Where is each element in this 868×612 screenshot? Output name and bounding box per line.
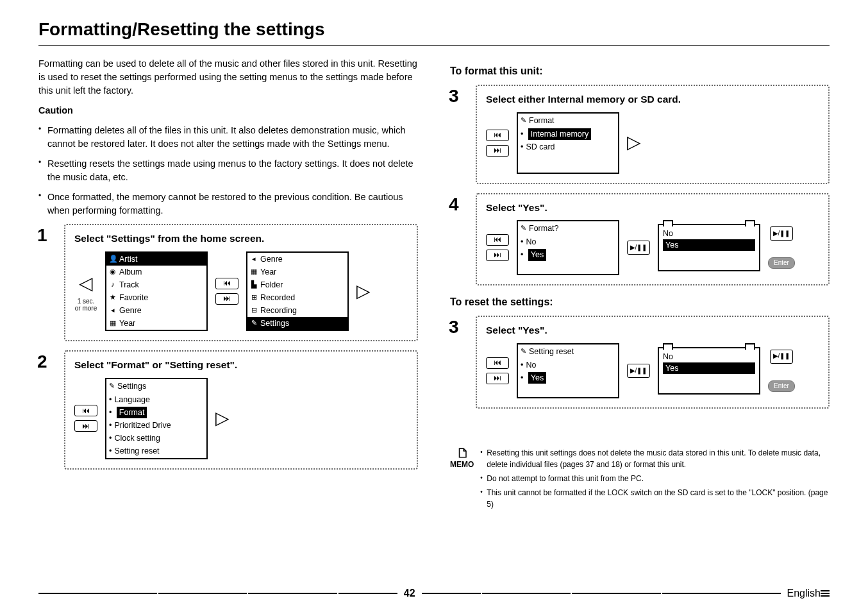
caution-item: Resetting resets the settings made using… [38,157,418,184]
dialog-option: No [663,351,755,362]
prev-button[interactable]: ⏮ [486,130,509,141]
memo-item: Do not attempt to format this unit from … [480,473,830,484]
step-2: 2 Select "Format" or "Setting reset". ⏮ … [64,350,418,469]
step-number: 4 [449,192,459,218]
screen-format-confirm-a: ✎Format? No • Yes [517,220,619,275]
dialog-option: Yes [663,362,755,374]
list-item: ✎Settings [247,317,347,330]
calendar-icon: ▦ [250,267,258,277]
screen-home-b: ◂Genre ▦Year ▙Folder ⊞Recorded ⊟Recordin… [246,251,349,332]
next-button[interactable]: ⏭ [486,250,509,261]
step-title: Select "Settings" from the home screen. [74,232,408,246]
left-column: Formatting can be used to delete all of … [38,57,418,513]
step-title: Select either Internal memory or SD card… [486,92,819,106]
list-item: • Yes [518,371,618,384]
item-label: Folder [260,279,283,291]
enter-pill: Enter [768,257,795,269]
step-number: 2 [37,349,47,375]
next-button[interactable]: ⏭ [215,293,238,305]
triangle-right-icon: ▷ [627,130,641,156]
list-item: ⊞Recorded [247,291,347,304]
step-title: Select "Yes". [486,323,819,337]
list-item: ⊟Recording [247,304,347,317]
item-label: Recording [260,305,297,316]
enter-pill: Enter [768,380,795,393]
next-button[interactable]: ⏭ [74,420,97,432]
list-item: • Format [106,406,206,419]
list-item: ◂Genre [106,304,206,317]
next-button[interactable]: ⏭ [486,145,509,157]
wrench-icon: ✎ [521,115,526,126]
triangle-right-icon: ▷ [215,405,230,432]
dialog-option: No [663,228,755,239]
memo-block: MEMO Resetting this unit settings does n… [450,447,830,513]
skip-buttons: ⏮ ⏭ [215,278,238,305]
note-icon: ♪ [109,280,117,290]
language-label: English [781,588,821,599]
wrench-icon: ✎ [521,223,526,234]
item-label: Yes [528,249,546,260]
item-label: Album [119,266,142,278]
play-pause-button[interactable]: ▶/❚❚ [770,350,793,364]
memo-list: Resetting this unit settings does not de… [480,447,830,513]
footer-decor-left [38,593,397,594]
item-label: Track [119,279,139,291]
dialog-tab-icon [745,220,755,226]
step-title: Select "Yes". [486,201,819,215]
item-label: Artist [119,253,137,265]
step-number: 1 [37,223,47,249]
play-pause-button[interactable]: ▶/❚❚ [627,241,650,255]
prev-button[interactable]: ⏮ [215,278,238,289]
item-label: Format [117,407,147,418]
memo-text: MEMO [450,459,474,470]
list-item: No [518,359,618,371]
caution-item: Once formatted, the memory cannot be res… [38,191,418,217]
footer-decor-right [821,590,830,597]
list-item: ◂Genre [247,253,347,266]
header-label: Format? [529,223,559,234]
wrench-icon: ✎ [109,381,115,391]
list-item: ◉Album [106,266,206,278]
next-button[interactable]: ⏭ [486,373,509,384]
prev-button[interactable]: ⏮ [74,405,97,416]
person-icon: 👤 [109,254,117,264]
memo-label: MEMO [450,447,474,513]
prev-button[interactable]: ⏮ [486,357,509,369]
caution-heading: Caution [38,104,418,117]
footer-decor-mid [422,593,781,594]
folder-icon: ▙ [250,280,258,290]
item-label: Genre [119,305,142,316]
skip-buttons: ⏮ ⏭ [74,405,97,432]
step-title: Select "Format" or "Setting reset". [74,358,408,372]
item-label: Year [119,318,135,329]
play-pause-button[interactable]: ▶/❚❚ [770,226,793,241]
right-column: To format this unit: 3 Select either Int… [450,57,830,513]
calendar-icon: ▦ [109,318,117,328]
list-item: Language [106,393,206,406]
list-item: ▦Year [247,266,347,278]
title-rule [38,45,830,46]
list-item: No [518,235,618,248]
list-item: Prioritized Drive [106,419,206,432]
screen-settings: ✎Settings Language • Format Prioritized … [105,378,208,459]
memo-item: Resetting this unit settings does not de… [480,447,830,470]
header-label: Setting reset [529,346,574,357]
skip-buttons: ⏮ ⏭ [486,130,509,157]
dialog-tab-icon [745,343,755,350]
caution-list: Formatting deletes all of the files in t… [38,124,418,217]
item-label: Year [260,266,276,278]
triangle-right-icon: ▷ [356,278,371,305]
step-number: 3 [449,83,459,110]
list-item: SD card [518,140,618,153]
item-label: Internal memory [528,128,591,140]
prev-button[interactable]: ⏮ [486,234,509,246]
play-pause-button[interactable]: ▶/❚❚ [627,364,650,378]
wrench-icon: ✎ [521,346,526,357]
screen-format-target: ✎Format • Internal memory SD card [517,112,619,174]
skip-buttons: ⏮ ⏭ [486,357,509,384]
list-item: ▙Folder [247,278,347,291]
skip-buttons: ⏮ ⏭ [486,234,509,261]
list-item: ▦Year [106,317,206,330]
header-label: Settings [117,380,146,392]
item-label: Settings [260,318,289,329]
